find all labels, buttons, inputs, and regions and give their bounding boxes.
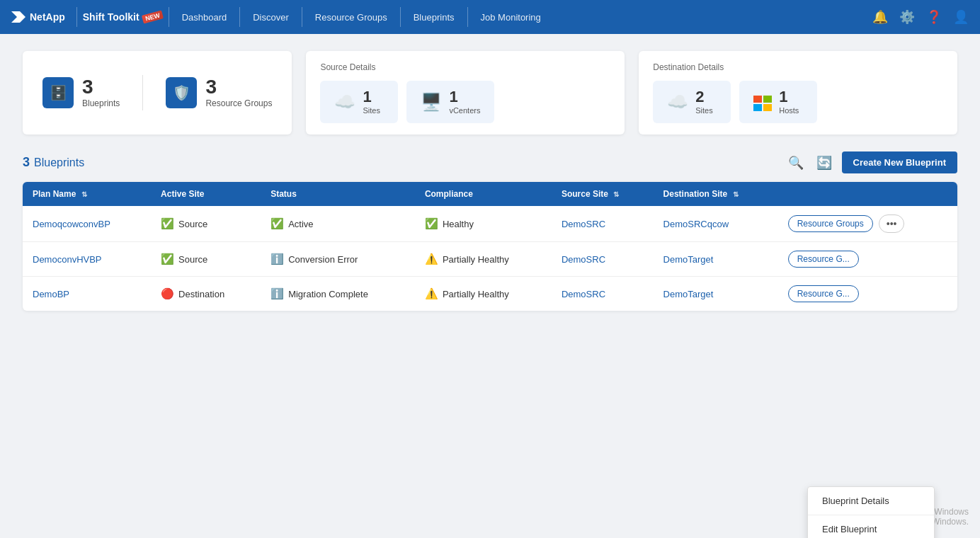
destination-details-card: Destination Details ☁️ 2 Sites (639, 51, 957, 134)
table-header: Plan Name ⇅ Active Site Status Complianc… (23, 182, 957, 206)
row1-resource-groups-btn[interactable]: Resource Groups (788, 215, 873, 232)
summary-row: 🗄️ 3 Blueprints 🛡️ 3 Resource Groups (23, 51, 957, 134)
row3-plan-name: DemoBP (23, 277, 151, 311)
dest-sites-count: 2 (695, 89, 712, 105)
row2-source-site-link[interactable]: DemoSRC (562, 254, 605, 265)
refresh-button[interactable]: 🔄 (814, 152, 835, 173)
row2-plan-name-link[interactable]: DemoconvHVBP (33, 254, 102, 265)
brand-name: NetApp (30, 11, 65, 23)
row1-source-site-link[interactable]: DemoSRC (562, 219, 605, 229)
row2-status-icon: ℹ️ (270, 253, 284, 265)
dest-sites-box: ☁️ 2 Sites (653, 81, 731, 123)
blueprints-summary-item: 🗄️ 3 Blueprints (42, 77, 120, 108)
section-actions: 🔍 🔄 Create New Blueprint (785, 151, 957, 173)
row3-source-site-link[interactable]: DemoSRC (562, 289, 605, 299)
netapp-logo-icon (11, 11, 25, 23)
nav-discover[interactable]: Discover (246, 0, 296, 34)
blueprints-icon-box: 🗄️ (42, 77, 74, 108)
nav-divider-3 (239, 7, 240, 27)
row3-active-site: 🔴 Destination (151, 277, 261, 311)
nav-job-monitoring[interactable]: Job Monitoring (474, 0, 548, 34)
col-destination-site: Destination Site ⇅ (654, 182, 778, 206)
nav-resource-groups[interactable]: Resource Groups (308, 0, 394, 34)
row2-destination-site: DemoTarget (654, 242, 778, 277)
sort-icon-plan: ⇅ (81, 190, 87, 198)
row1-destination-site-link[interactable]: DemoSRCqcow (663, 219, 729, 229)
dest-sites-icon: ☁️ (667, 92, 688, 112)
source-vcenters-icon: 🖥️ (421, 92, 442, 112)
col-compliance: Compliance (415, 182, 552, 206)
row1-plan-name-link[interactable]: DemoqcowconvBP (33, 219, 110, 229)
resource-groups-icon: 🛡️ (173, 84, 190, 101)
create-blueprint-button[interactable]: Create New Blueprint (842, 151, 957, 173)
search-button[interactable]: 🔍 (785, 152, 807, 173)
row3-source-site: DemoSRC (552, 277, 654, 311)
row1-source-site: DemoSRC (552, 206, 654, 242)
section-header: 3 Blueprints 🔍 🔄 Create New Blueprint (23, 151, 957, 173)
row1-more-btn[interactable]: ••• (879, 214, 905, 233)
resource-groups-icon-box: 🛡️ (166, 77, 197, 108)
row1-active-site-icon: ✅ (161, 217, 174, 230)
col-status: Status (261, 182, 415, 206)
row3-plan-name-link[interactable]: DemoBP (33, 289, 69, 299)
row3-resource-groups-btn[interactable]: Resource G... (788, 285, 859, 302)
destination-details-title: Destination Details (653, 62, 943, 72)
help-icon[interactable]: ❓ (926, 9, 942, 25)
row1-actions: Resource Groups ••• (778, 206, 957, 242)
product-name: Shift Toolkit NEW (83, 11, 163, 23)
summary-divider (142, 75, 143, 110)
dest-hosts-box: 1 Hosts (739, 81, 817, 123)
source-vcenters-box: 🖥️ 1 vCenters (406, 81, 494, 123)
settings-icon[interactable]: ⚙️ (899, 9, 915, 25)
dest-hosts-label: Hosts (779, 106, 799, 115)
source-sites-label: Sites (363, 106, 380, 115)
blueprints-icon: 🗄️ (50, 84, 67, 101)
row2-compliance-icon: ⚠️ (425, 253, 438, 265)
user-icon[interactable]: 👤 (953, 9, 969, 25)
table-body: DemoqcowconvBP ✅ Source ✅ Active (23, 206, 957, 311)
row3-compliance: ⚠️ Partially Healthy (415, 277, 552, 311)
col-actions (778, 182, 957, 206)
row2-destination-site-link[interactable]: DemoTarget (663, 254, 714, 265)
summary-card-main: 🗄️ 3 Blueprints 🛡️ 3 Resource Groups (23, 51, 292, 134)
dest-hosts-icon (753, 92, 772, 112)
blueprints-count: 3 (82, 77, 120, 97)
table-row: DemoqcowconvBP ✅ Source ✅ Active (23, 206, 957, 242)
resource-groups-label: Resource Groups (205, 98, 272, 108)
row1-compliance: ✅ Healthy (415, 206, 552, 242)
col-source-site: Source Site ⇅ (552, 182, 654, 206)
resource-groups-count: 3 (205, 77, 272, 97)
nav-dashboard[interactable]: Dashboard (175, 0, 234, 34)
row3-destination-site-link[interactable]: DemoTarget (663, 289, 714, 299)
row2-status-text: Conversion Error (288, 254, 358, 265)
notification-icon[interactable]: 🔔 (872, 9, 888, 25)
row1-destination-site: DemoSRCqcow (654, 206, 778, 242)
row2-active-site-icon: ✅ (161, 253, 174, 265)
row3-compliance-text: Partially Healthy (443, 289, 509, 299)
source-sites-info: 1 Sites (363, 89, 380, 115)
row1-status-icon: ✅ (270, 217, 284, 230)
row3-actions: Resource G... (778, 277, 957, 311)
source-vcenters-info: 1 vCenters (449, 89, 480, 115)
source-sites-count: 1 (363, 89, 380, 105)
context-menu: Blueprint Details Edit Blueprint Convert… (807, 486, 935, 538)
row2-actions: Resource G... (778, 242, 957, 277)
nav-blueprints[interactable]: Blueprints (406, 0, 462, 34)
blueprints-table: Plan Name ⇅ Active Site Status Complianc… (23, 182, 957, 311)
brand-logo: NetApp (11, 11, 65, 23)
row1-active-site: ✅ Source (151, 206, 261, 242)
row2-resource-groups-btn[interactable]: Resource G... (788, 251, 859, 268)
nav-divider-5 (400, 7, 401, 27)
section-count: 3 (23, 155, 30, 170)
navbar-right: 🔔 ⚙️ ❓ 👤 (872, 9, 969, 25)
context-menu-edit-blueprint[interactable]: Edit Blueprint (808, 515, 934, 538)
row1-compliance-text: Healthy (443, 219, 474, 229)
nav-divider-2 (169, 7, 169, 27)
dest-sites-info: 2 Sites (695, 89, 712, 115)
navbar: NetApp Shift Toolkit NEW Dashboard Disco… (0, 0, 980, 34)
row1-plan-name: DemoqcowconvBP (23, 206, 151, 242)
context-menu-blueprint-details[interactable]: Blueprint Details (808, 487, 934, 515)
row2-compliance-text: Partially Healthy (443, 254, 509, 265)
row1-status-text: Active (288, 219, 313, 229)
table-row: DemoBP 🔴 Destination ℹ️ Migration Comple… (23, 277, 957, 311)
